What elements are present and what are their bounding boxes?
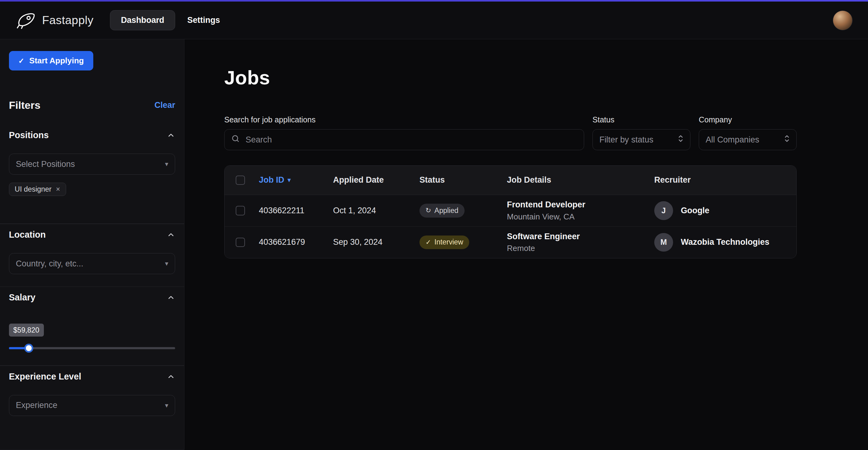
status-badge: ✓ Interview bbox=[420, 236, 469, 249]
check-icon: ✓ bbox=[18, 57, 24, 65]
fastapply-logo-icon bbox=[16, 11, 36, 29]
recruiter-cell: J Google bbox=[654, 201, 797, 220]
salary-slider-track bbox=[9, 347, 176, 349]
clear-filters-link[interactable]: Clear bbox=[154, 100, 175, 110]
table-row[interactable]: 4036622211 Oct 1, 2024 ↻ Applied Fronten… bbox=[224, 195, 796, 227]
position-tag-label: UI designer bbox=[15, 185, 52, 193]
column-header-job-id[interactable]: Job ID ▾ bbox=[259, 175, 333, 185]
job-id-cell: 4036621679 bbox=[259, 237, 333, 247]
sort-down-icon: ▾ bbox=[287, 177, 291, 184]
experience-section: Experience Level Experience ▾ bbox=[0, 366, 184, 438]
applied-date-cell: Sep 30, 2024 bbox=[333, 237, 420, 247]
check-icon: ✓ bbox=[426, 238, 431, 246]
chevron-up-icon bbox=[167, 131, 175, 140]
company-filter-select[interactable]: All Companies bbox=[699, 129, 797, 150]
main-content: Jobs Search for job applications Status … bbox=[184, 39, 868, 450]
column-header-job-details: Job Details bbox=[507, 175, 654, 185]
job-title: Software Engineer bbox=[507, 230, 654, 243]
status-badge: ↻ Applied bbox=[420, 204, 465, 217]
table-row[interactable]: 4036621679 Sep 30, 2024 ✓ Interview Soft… bbox=[224, 227, 796, 258]
job-details-cell: Software Engineer Remote bbox=[507, 230, 654, 254]
nav-item-settings[interactable]: Settings bbox=[187, 16, 220, 25]
table-header-row: Job ID ▾ Applied Date Status Job Details… bbox=[224, 166, 796, 195]
job-location: Remote bbox=[507, 243, 654, 254]
location-select-placeholder: Country, city, etc... bbox=[16, 259, 84, 269]
caret-down-icon: ▾ bbox=[165, 260, 168, 268]
jobs-table: Job ID ▾ Applied Date Status Job Details… bbox=[224, 166, 797, 259]
start-applying-button[interactable]: ✓ Start Applying bbox=[9, 51, 93, 70]
page-title: Jobs bbox=[224, 66, 797, 89]
chevron-up-icon bbox=[167, 293, 175, 302]
primary-nav: Dashboard Settings bbox=[110, 10, 220, 30]
column-header-recruiter: Recruiter bbox=[654, 175, 797, 185]
applied-date-cell: Oct 1, 2024 bbox=[333, 206, 420, 215]
status-label: Applied bbox=[434, 206, 458, 215]
job-location: Mountain View, CA bbox=[507, 211, 654, 223]
location-section-toggle[interactable]: Location bbox=[9, 230, 176, 240]
job-id-cell: 4036622211 bbox=[259, 206, 333, 215]
salary-slider-thumb[interactable] bbox=[24, 344, 33, 353]
experience-select[interactable]: Experience ▾ bbox=[9, 395, 176, 416]
status-filter-value: Filter by status bbox=[599, 135, 653, 145]
row-checkbox[interactable] bbox=[236, 238, 245, 247]
row-checkbox[interactable] bbox=[236, 206, 245, 215]
company-filter-value: All Companies bbox=[706, 135, 759, 145]
recruiter-avatar: J bbox=[654, 201, 673, 220]
position-tag: UI designer × bbox=[9, 183, 66, 196]
refresh-icon: ↻ bbox=[426, 206, 431, 214]
salary-slider[interactable] bbox=[9, 343, 176, 353]
experience-section-toggle[interactable]: Experience Level bbox=[9, 371, 176, 382]
brand-name: Fastapply bbox=[42, 13, 93, 27]
recruiter-cell: M Wazobia Technologies bbox=[654, 233, 797, 252]
remove-tag-icon[interactable]: × bbox=[56, 185, 60, 193]
salary-section: Salary $59,820 bbox=[0, 287, 184, 365]
caret-down-icon: ▾ bbox=[165, 160, 168, 168]
experience-title: Experience Level bbox=[9, 371, 81, 382]
filters-sidebar: ✓ Start Applying Filters Clear Positions… bbox=[0, 39, 184, 450]
salary-value-badge: $59,820 bbox=[9, 324, 44, 336]
filters-title: Filters bbox=[9, 99, 40, 111]
status-filter-label: Status bbox=[592, 115, 690, 124]
column-header-status: Status bbox=[420, 175, 507, 185]
start-applying-label: Start Applying bbox=[29, 56, 84, 65]
location-title: Location bbox=[9, 230, 46, 240]
salary-title: Salary bbox=[9, 292, 35, 303]
updown-chevrons-icon bbox=[783, 134, 791, 145]
positions-select[interactable]: Select Positions ▾ bbox=[9, 154, 176, 175]
salary-section-toggle[interactable]: Salary bbox=[9, 292, 176, 303]
caret-down-icon: ▾ bbox=[165, 401, 168, 410]
recruiter-name: Wazobia Technologies bbox=[681, 237, 770, 247]
recruiter-avatar: M bbox=[654, 233, 673, 252]
nav-item-dashboard[interactable]: Dashboard bbox=[110, 10, 175, 30]
location-section: Location Country, city, etc... ▾ bbox=[0, 224, 184, 286]
recruiter-name: Google bbox=[681, 206, 710, 215]
job-id-header-label: Job ID bbox=[259, 175, 284, 185]
brand[interactable]: Fastapply bbox=[16, 11, 93, 29]
positions-select-placeholder: Select Positions bbox=[16, 159, 75, 169]
column-header-applied-date: Applied Date bbox=[333, 175, 420, 185]
chevron-up-icon bbox=[167, 372, 175, 381]
positions-section: Positions Select Positions ▾ UI designer… bbox=[0, 125, 184, 223]
search-icon bbox=[231, 134, 240, 145]
user-avatar[interactable] bbox=[833, 10, 853, 31]
status-label: Interview bbox=[434, 238, 463, 246]
search-label: Search for job applications bbox=[224, 115, 584, 124]
status-filter-select[interactable]: Filter by status bbox=[592, 129, 690, 150]
location-select[interactable]: Country, city, etc... ▾ bbox=[9, 253, 176, 274]
company-filter-label: Company bbox=[699, 115, 797, 124]
positions-section-toggle[interactable]: Positions bbox=[9, 130, 176, 140]
experience-select-placeholder: Experience bbox=[16, 400, 57, 410]
positions-title: Positions bbox=[9, 130, 49, 140]
top-navbar: Fastapply Dashboard Settings bbox=[0, 2, 868, 39]
divider bbox=[0, 449, 184, 450]
chevron-up-icon bbox=[167, 231, 175, 239]
search-input[interactable] bbox=[246, 135, 577, 145]
job-details-cell: Frontend Developer Mountain View, CA bbox=[507, 199, 654, 222]
job-title: Frontend Developer bbox=[507, 199, 654, 211]
select-all-checkbox[interactable] bbox=[236, 176, 245, 185]
search-box bbox=[224, 129, 584, 150]
updown-chevrons-icon bbox=[677, 134, 684, 145]
